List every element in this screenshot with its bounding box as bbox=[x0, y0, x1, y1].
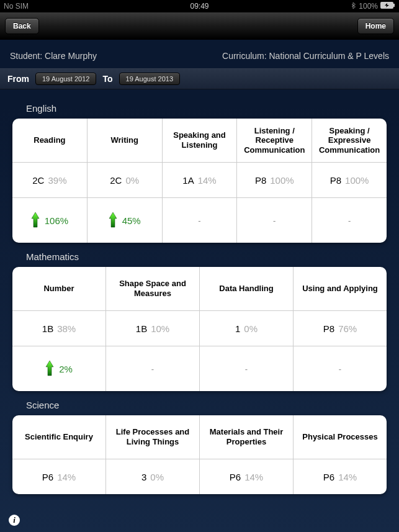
col-header: Speaking / Expressive Communication bbox=[312, 119, 387, 162]
info-icon[interactable]: i bbox=[9, 515, 20, 526]
science-table: Scientific Enquiry Life Processes and Li… bbox=[12, 415, 387, 494]
to-date[interactable]: 19 August 2013 bbox=[119, 73, 180, 85]
arrow-up-icon bbox=[45, 359, 54, 379]
col-header: Listening / Receptive Communication bbox=[236, 119, 312, 162]
svg-rect-1 bbox=[393, 4, 395, 7]
student-curriculum-row: Student: Clare Murphy Curriculum: Nation… bbox=[0, 40, 399, 68]
col-header: Scientific Enquiry bbox=[12, 415, 105, 459]
progress-cell: - bbox=[162, 198, 237, 243]
content-area: English Reading Writing Speaking and Lis… bbox=[0, 89, 399, 494]
section-title-maths: Mathematics bbox=[26, 251, 387, 262]
progress-cell: - bbox=[312, 198, 387, 243]
status-right: 100% bbox=[351, 2, 395, 11]
level-cell: 1B38% bbox=[12, 311, 105, 346]
battery-icon bbox=[380, 2, 395, 11]
status-bar: No SIM 09:49 100% bbox=[0, 0, 399, 12]
english-table: Reading Writing Speaking and Listening L… bbox=[12, 119, 387, 243]
level-cell: 2C39% bbox=[12, 163, 87, 197]
dates-row: From 19 August 2012 To 19 August 2013 bbox=[0, 68, 399, 89]
from-label: From bbox=[7, 74, 29, 84]
col-header: Materials and Their Properties bbox=[199, 415, 293, 459]
col-header: Using and Applying bbox=[293, 267, 387, 310]
back-button[interactable]: Back bbox=[5, 18, 39, 34]
progress-cell: 106% bbox=[12, 198, 87, 243]
from-date[interactable]: 19 August 2012 bbox=[35, 73, 96, 85]
progress-cell: - bbox=[105, 346, 199, 391]
student-label: Student: Clare Murphy bbox=[10, 51, 97, 61]
progress-row: 106% 45% - - - bbox=[12, 197, 387, 243]
progress-cell: - bbox=[293, 346, 387, 391]
progress-row: 2% - - - bbox=[12, 346, 387, 391]
progress-cell: - bbox=[236, 198, 312, 243]
arrow-up-icon bbox=[31, 211, 40, 230]
level-cell: P8100% bbox=[312, 163, 387, 197]
section-title-science: Science bbox=[26, 400, 387, 410]
col-header: Reading bbox=[12, 119, 87, 162]
col-header: Writing bbox=[87, 119, 162, 162]
table-header-row: Scientific Enquiry Life Processes and Li… bbox=[12, 415, 387, 459]
level-cell: 1B10% bbox=[105, 311, 199, 346]
status-time: 09:49 bbox=[190, 2, 208, 11]
progress-cell: 2% bbox=[12, 346, 105, 391]
col-header: Number bbox=[12, 267, 105, 310]
col-header: Physical Processes bbox=[293, 415, 387, 459]
level-cell: 1A14% bbox=[162, 163, 237, 197]
battery-pct: 100% bbox=[359, 2, 378, 11]
level-cell: P8100% bbox=[236, 163, 312, 197]
progress-cell: 45% bbox=[87, 198, 162, 243]
status-carrier: No SIM bbox=[4, 2, 29, 11]
curriculum-label: Curriculum: National Curriculum & P Leve… bbox=[222, 51, 389, 61]
level-row: P614% 30% P614% P614% bbox=[12, 459, 387, 494]
level-cell: P614% bbox=[293, 459, 387, 494]
level-cell: 10% bbox=[199, 311, 293, 346]
bluetooth-icon bbox=[351, 2, 356, 11]
table-header-row: Reading Writing Speaking and Listening L… bbox=[12, 119, 387, 162]
level-cell: P614% bbox=[12, 459, 105, 494]
col-header: Speaking and Listening bbox=[162, 119, 237, 162]
to-label: To bbox=[102, 74, 112, 84]
section-title-english: English bbox=[26, 103, 387, 114]
table-header-row: Number Shape Space and Measures Data Han… bbox=[12, 267, 387, 310]
level-row: 1B38% 1B10% 10% P876% bbox=[12, 310, 387, 346]
progress-cell: - bbox=[199, 346, 293, 391]
col-header: Data Handling bbox=[199, 267, 293, 310]
maths-table: Number Shape Space and Measures Data Han… bbox=[12, 267, 387, 391]
home-button[interactable]: Home bbox=[357, 18, 394, 34]
level-cell: 2C0% bbox=[87, 163, 162, 197]
arrow-up-icon bbox=[109, 211, 117, 230]
col-header: Life Processes and Living Things bbox=[105, 415, 199, 459]
level-row: 2C39% 2C0% 1A14% P8100% P8100% bbox=[12, 162, 387, 197]
col-header: Shape Space and Measures bbox=[105, 267, 199, 310]
level-cell: 30% bbox=[105, 459, 199, 494]
nav-bar: Back Home bbox=[0, 12, 399, 40]
level-cell: P614% bbox=[199, 459, 293, 494]
level-cell: P876% bbox=[293, 311, 387, 346]
